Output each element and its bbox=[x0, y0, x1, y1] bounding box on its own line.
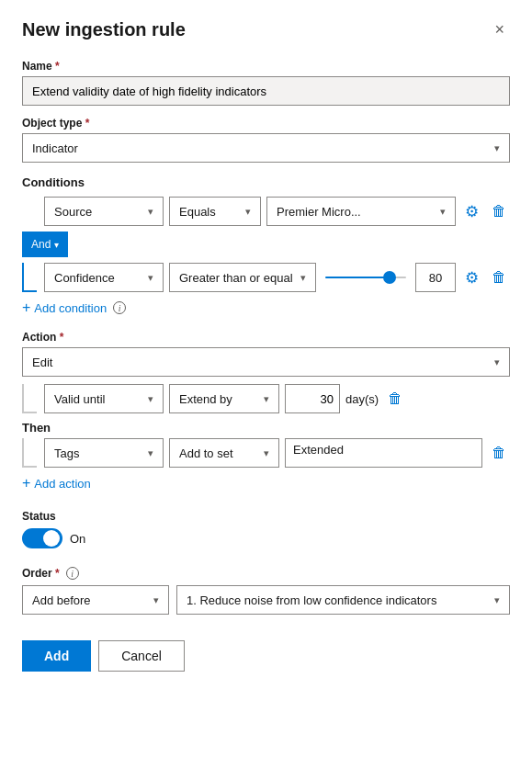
condition-row-2: Confidence ▾ Greater than or equal ▾ 80 … bbox=[22, 263, 510, 292]
footer-buttons: Add Cancel bbox=[22, 640, 510, 672]
toggle-container: On bbox=[22, 528, 510, 548]
action2-value-field[interactable]: Extended bbox=[285, 438, 482, 468]
action1-delete-icon: 🗑 bbox=[388, 390, 402, 407]
action2-operator-select[interactable]: Add to set ▾ bbox=[169, 438, 279, 468]
object-type-label: Object type bbox=[22, 117, 510, 130]
slider-value: 80 bbox=[415, 263, 456, 292]
condition1-settings-icon: ⚙ bbox=[465, 202, 479, 221]
order-rule-value: 1. Reduce noise from low confidence indi… bbox=[187, 593, 436, 607]
object-type-group: Object type Indicator ▾ bbox=[22, 117, 510, 163]
name-label: Name bbox=[22, 60, 510, 73]
action2-delete-button[interactable]: 🗑 bbox=[488, 441, 510, 465]
modal-title: New ingestion rule bbox=[22, 19, 186, 40]
status-on-label: On bbox=[70, 532, 85, 546]
add-action-plus-icon: + bbox=[22, 475, 30, 491]
confidence-slider[interactable] bbox=[325, 277, 406, 278]
status-label: Status bbox=[22, 510, 510, 523]
condition1-field-select[interactable]: Source ▾ bbox=[44, 197, 164, 226]
action-label: Action bbox=[22, 331, 510, 344]
order-position-select[interactable]: Add before ▾ bbox=[22, 585, 169, 615]
order-row: Add before ▾ 1. Reduce noise from low co… bbox=[22, 585, 510, 615]
action2-operator-value: Add to set bbox=[179, 446, 233, 460]
and-chevron: ▾ bbox=[54, 240, 59, 250]
condition2-settings-button[interactable]: ⚙ bbox=[461, 265, 482, 291]
condition2-operator-value: Greater than or equal bbox=[179, 271, 293, 285]
condition1-operator-select[interactable]: Equals ▾ bbox=[169, 197, 261, 226]
conditions-label: Conditions bbox=[22, 175, 510, 189]
cancel-button[interactable]: Cancel bbox=[98, 640, 185, 672]
condition2-delete-icon: 🗑 bbox=[492, 269, 506, 286]
slider-thumb[interactable] bbox=[383, 271, 396, 284]
action-row-1: Valid until ▾ Extend by ▾ day(s) 🗑 bbox=[22, 384, 510, 413]
condition2-operator-select[interactable]: Greater than or equal ▾ bbox=[169, 263, 316, 292]
order-section: Order i Add before ▾ 1. Reduce noise fro… bbox=[22, 567, 510, 615]
order-info-icon[interactable]: i bbox=[66, 567, 79, 580]
action-type-chevron: ▾ bbox=[494, 356, 500, 368]
condition1-settings-button[interactable]: ⚙ bbox=[461, 198, 482, 225]
conditions-section: Conditions Source ▾ Equals ▾ Premier Mic… bbox=[22, 175, 510, 316]
action2-delete-icon: 🗑 bbox=[492, 445, 506, 461]
action-row-2: Tags ▾ Add to set ▾ Extended 🗑 bbox=[22, 438, 510, 468]
action1-field-select[interactable]: Valid until ▾ bbox=[44, 384, 164, 413]
close-button[interactable]: × bbox=[489, 18, 510, 41]
add-button[interactable]: Add bbox=[22, 640, 91, 672]
action-section: Action Edit ▾ Valid until ▾ Extend by ▾ … bbox=[22, 331, 510, 491]
add-condition-plus-icon: + bbox=[22, 299, 30, 316]
and-label: And bbox=[31, 238, 51, 251]
condition-row-1: Source ▾ Equals ▾ Premier Micro... ▾ ⚙ 🗑 bbox=[22, 197, 510, 226]
condition1-delete-icon: 🗑 bbox=[492, 203, 506, 220]
order-rule-select[interactable]: 1. Reduce noise from low confidence indi… bbox=[176, 585, 510, 615]
condition1-operator-value: Equals bbox=[179, 205, 216, 219]
action1-operator-value: Extend by bbox=[179, 392, 232, 406]
action2-field-value: Tags bbox=[54, 446, 79, 460]
condition1-value-text: Premier Micro... bbox=[277, 205, 361, 219]
object-type-select[interactable]: Indicator ▾ bbox=[22, 133, 510, 163]
condition2-field-value: Confidence bbox=[54, 271, 115, 285]
add-action-button[interactable]: + Add action bbox=[22, 475, 91, 491]
object-type-value: Indicator bbox=[32, 141, 78, 155]
action1-days-label: day(s) bbox=[345, 392, 379, 406]
action1-field-value: Valid until bbox=[54, 392, 105, 406]
condition1-field-value: Source bbox=[54, 205, 92, 219]
status-toggle[interactable] bbox=[22, 528, 62, 548]
status-section: Status On bbox=[22, 510, 510, 548]
condition2-settings-icon: ⚙ bbox=[465, 268, 479, 288]
action1-operator-select[interactable]: Extend by ▾ bbox=[169, 384, 279, 413]
add-action-label: Add action bbox=[34, 477, 90, 491]
order-label: Order bbox=[22, 567, 60, 580]
action1-num-input[interactable] bbox=[285, 384, 340, 413]
action-type-select[interactable]: Edit ▾ bbox=[22, 347, 510, 377]
order-position-value: Add before bbox=[32, 593, 91, 607]
name-input[interactable] bbox=[22, 76, 510, 106]
toggle-knob bbox=[43, 530, 60, 547]
action-type-value: Edit bbox=[32, 356, 52, 369]
and-button[interactable]: And ▾ bbox=[22, 232, 68, 257]
action2-field-select[interactable]: Tags ▾ bbox=[44, 438, 164, 468]
add-condition-label: Add condition bbox=[34, 301, 107, 315]
name-field-group: Name bbox=[22, 60, 510, 106]
action1-delete-button[interactable]: 🗑 bbox=[384, 387, 406, 411]
condition1-delete-button[interactable]: 🗑 bbox=[488, 199, 510, 223]
object-type-chevron: ▾ bbox=[494, 142, 500, 154]
add-condition-info-icon[interactable]: i bbox=[113, 301, 126, 314]
condition2-delete-button[interactable]: 🗑 bbox=[488, 266, 510, 289]
add-condition-button[interactable]: + Add condition i bbox=[22, 299, 126, 316]
condition2-field-select[interactable]: Confidence ▾ bbox=[44, 263, 164, 292]
modal-header: New ingestion rule × bbox=[22, 18, 510, 41]
new-ingestion-rule-modal: New ingestion rule × Name Object type In… bbox=[0, 0, 532, 757]
condition1-value-select[interactable]: Premier Micro... ▾ bbox=[266, 197, 456, 226]
then-label: Then bbox=[22, 421, 510, 435]
confidence-slider-container: 80 bbox=[322, 263, 456, 292]
